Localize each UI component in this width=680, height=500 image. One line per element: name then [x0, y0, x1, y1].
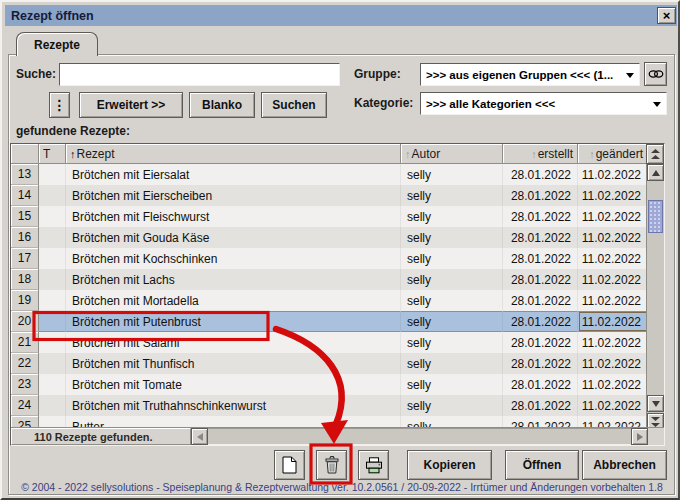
horizontal-scrollbar-track[interactable]: [208, 428, 631, 445]
cell-nr: 19: [11, 290, 39, 311]
cell-t: [39, 269, 66, 290]
cell-nr: 18: [11, 269, 39, 290]
trash-icon: [324, 456, 340, 474]
cell-erstellt: 28.01.2022: [503, 185, 578, 206]
chevron-down-icon: [653, 102, 661, 107]
table-row[interactable]: 21Brötchen mit Salamiselly28.01.202211.0…: [11, 332, 648, 353]
cell-nr: 15: [11, 206, 39, 227]
table-header-row: T↑Rezept↑Autor↑erstellt↑geändert: [11, 144, 648, 164]
delete-recipe-button[interactable]: [316, 450, 347, 480]
cell-geaendert: 11.02.2022: [578, 311, 648, 332]
search-button-label: Suchen: [272, 98, 315, 112]
group-label: Gruppe:: [354, 67, 401, 81]
cell-geaendert: 11.02.2022: [578, 269, 648, 290]
cell-t: [39, 395, 66, 416]
tab-rezepte[interactable]: Rezepte: [16, 32, 98, 56]
cell-t: [39, 164, 66, 185]
cell-geaendert: 11.02.2022: [578, 185, 648, 206]
table-row[interactable]: 16Brötchen mit Gouda Käseselly28.01.2022…: [11, 227, 648, 248]
cell-geaendert: 11.02.2022: [578, 290, 648, 311]
cell-autor: selly: [401, 206, 503, 227]
cell-t: [39, 185, 66, 206]
cell-rezept: Brötchen mit Eiersalat: [66, 164, 401, 185]
open-button-label: Öffnen: [523, 458, 562, 472]
column-config-button[interactable]: [646, 144, 664, 164]
cell-geaendert: 11.02.2022: [578, 353, 648, 374]
cell-nr: 23: [11, 374, 39, 395]
new-recipe-button[interactable]: [274, 450, 305, 480]
table-row[interactable]: 15Brötchen mit Fleischwurstselly28.01.20…: [11, 206, 648, 227]
cell-t: [39, 206, 66, 227]
cell-rezept: Brötchen mit Salami: [66, 332, 401, 353]
column-header-geändert[interactable]: ↑geändert: [578, 144, 648, 164]
cell-rezept: Brötchen mit Kochschinken: [66, 248, 401, 269]
category-select[interactable]: >>> alle Kategorien <<<: [420, 92, 667, 115]
cell-erstellt: 28.01.2022: [503, 374, 578, 395]
column-header-T[interactable]: T: [39, 144, 66, 164]
cell-autor: selly: [401, 395, 503, 416]
cell-erstellt: 28.01.2022: [503, 248, 578, 269]
search-button[interactable]: Suchen: [261, 92, 327, 118]
cell-rezept: Brötchen mit Thunfisch: [66, 353, 401, 374]
advanced-button[interactable]: Erweitert >>: [79, 92, 183, 118]
arrow-right-icon: [637, 433, 643, 441]
cell-erstellt: 28.01.2022: [503, 311, 578, 332]
table-row[interactable]: 22Brötchen mit Thunfischselly28.01.20221…: [11, 353, 648, 374]
table-row[interactable]: 24Brötchen mit Truthahnschinkenwurstsell…: [11, 395, 648, 416]
cell-nr: 17: [11, 248, 39, 269]
cell-erstellt: 28.01.2022: [503, 227, 578, 248]
group-select[interactable]: >>> aus eigenen Gruppen <<< (1...: [420, 63, 640, 86]
cell-autor: selly: [401, 311, 503, 332]
table-row[interactable]: 17Brötchen mit Kochschinkenselly28.01.20…: [11, 248, 648, 269]
blanko-button-label: Blanko: [202, 98, 242, 112]
vertical-scrollbar[interactable]: [646, 164, 664, 430]
cancel-button[interactable]: Abbrechen: [582, 450, 667, 480]
scrollbar-corner: [648, 428, 664, 445]
cell-t: [39, 290, 66, 311]
more-options-button[interactable]: ⋮: [49, 92, 70, 118]
double-down-arrow-icon: [651, 417, 660, 427]
cell-nr: 13: [11, 164, 39, 185]
link-group-button[interactable]: [644, 62, 667, 86]
chevron-down-icon: [626, 73, 634, 78]
cancel-button-label: Abbrechen: [593, 458, 656, 472]
title-bar[interactable]: Rezept öffnen ×: [5, 5, 677, 26]
cell-nr: 14: [11, 185, 39, 206]
scroll-right-button[interactable]: [631, 428, 648, 445]
arrow-left-icon: [197, 433, 203, 441]
scroll-left-button[interactable]: [191, 428, 208, 445]
close-button[interactable]: ×: [657, 7, 676, 24]
column-header-erstellt[interactable]: ↑erstellt: [503, 144, 578, 164]
table-row[interactable]: 18Brötchen mit Lachsselly28.01.202211.02…: [11, 269, 648, 290]
sort-arrow-icon: ↑: [531, 148, 537, 160]
column-header-Rezept[interactable]: ↑Rezept: [66, 144, 401, 164]
cell-t: [39, 353, 66, 374]
cell-geaendert: 11.02.2022: [578, 395, 648, 416]
cell-t: [39, 332, 66, 353]
copy-button[interactable]: Kopieren: [407, 450, 492, 480]
cell-erstellt: 28.01.2022: [503, 290, 578, 311]
open-button[interactable]: Öffnen: [505, 450, 579, 480]
sort-arrow-icon: ↑: [70, 148, 76, 160]
search-input[interactable]: [59, 63, 340, 86]
new-document-icon: [282, 456, 297, 474]
cell-t: [39, 248, 66, 269]
search-label: Suche:: [16, 67, 56, 81]
blanko-button[interactable]: Blanko: [189, 92, 255, 118]
scrollbar-thumb[interactable]: [648, 200, 663, 233]
table-row[interactable]: 13Brötchen mit Eiersalatselly28.01.20221…: [11, 164, 648, 185]
cell-rezept: Brötchen mit Fleischwurst: [66, 206, 401, 227]
column-header-nr[interactable]: [11, 144, 39, 164]
column-header-Autor[interactable]: ↑Autor: [401, 144, 503, 164]
print-button[interactable]: [358, 450, 389, 480]
table-row[interactable]: 19Brötchen mit Mortadellaselly28.01.2022…: [11, 290, 648, 311]
cell-geaendert: 11.02.2022: [578, 332, 648, 353]
cell-rezept: Brötchen mit Eierscheiben: [66, 185, 401, 206]
scroll-down-button[interactable]: [647, 395, 664, 412]
table-row[interactable]: 20Brötchen mit Putenbrustselly28.01.2022…: [11, 311, 648, 332]
cell-nr: 20: [11, 311, 39, 332]
results-label: gefundene Rezepte:: [16, 124, 130, 138]
scroll-up-button[interactable]: [647, 164, 664, 181]
table-row[interactable]: 23Brötchen mit Tomateselly28.01.202211.0…: [11, 374, 648, 395]
table-row[interactable]: 14Brötchen mit Eierscheibenselly28.01.20…: [11, 185, 648, 206]
